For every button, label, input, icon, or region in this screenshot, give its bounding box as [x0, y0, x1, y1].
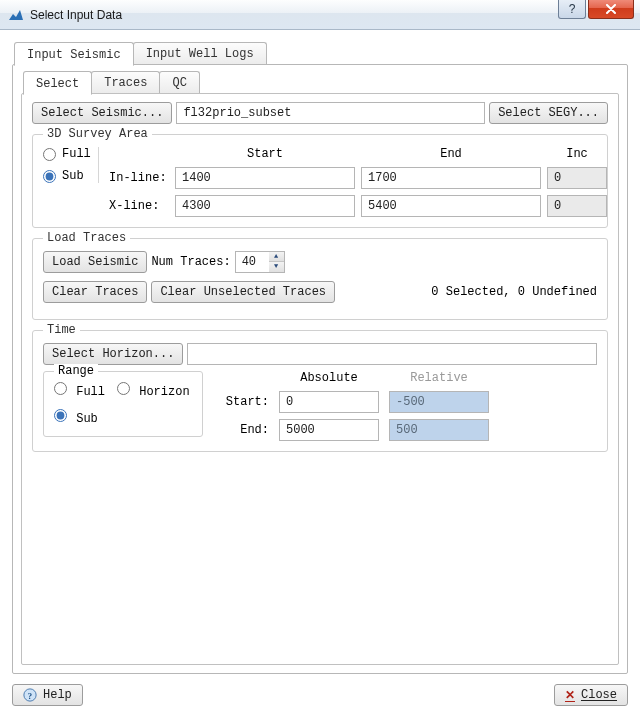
- close-window-button[interactable]: [588, 0, 634, 19]
- spinner-down-icon[interactable]: ▼: [269, 262, 284, 272]
- help-label: Help: [43, 688, 72, 702]
- range-legend: Range: [54, 364, 98, 378]
- inner-tabstrip: Select Traces QC: [23, 71, 199, 94]
- window-title: Select Input Data: [30, 8, 122, 22]
- clear-traces-button[interactable]: Clear Traces: [43, 281, 147, 303]
- traces-status: 0 Selected, 0 Undefined: [431, 285, 597, 299]
- range-group: Range Full Horizon Sub: [43, 371, 203, 437]
- range-full-radio[interactable]: Full: [54, 382, 105, 399]
- outer-tabstrip: Input Seismic Input Well Logs: [14, 42, 266, 65]
- range-horizon-label: Horizon: [139, 385, 189, 399]
- time-group: Time Select Horizon... Range Full Horizo…: [32, 330, 608, 452]
- select-horizon-button[interactable]: Select Horizon...: [43, 343, 183, 365]
- abs-start-field[interactable]: [279, 391, 379, 413]
- range-horizon-radio[interactable]: Horizon: [117, 382, 190, 399]
- window-controls: ?: [558, 0, 640, 19]
- xline-start-field[interactable]: [175, 195, 355, 217]
- range-sub-radio[interactable]: Sub: [54, 412, 98, 426]
- select-seismic-button[interactable]: Select Seismic...: [32, 102, 172, 124]
- inline-inc-field: [547, 167, 607, 189]
- help-button[interactable]: ? Help: [12, 684, 83, 706]
- app-icon: [8, 7, 24, 23]
- survey-sub-radio[interactable]: Sub: [43, 169, 90, 183]
- bottom-bar: ? Help ✕ Close: [12, 674, 628, 706]
- horizon-field[interactable]: [187, 343, 597, 365]
- clear-unselected-button[interactable]: Clear Unselected Traces: [151, 281, 335, 303]
- survey-full-radio[interactable]: Full: [43, 147, 90, 161]
- load-traces-group: Load Traces Load Seismic Num Traces: ▲ ▼: [32, 238, 608, 320]
- tab-traces[interactable]: Traces: [91, 71, 160, 93]
- select-segy-button[interactable]: Select SEGY...: [489, 102, 608, 124]
- titlebar: Select Input Data ?: [0, 0, 640, 30]
- tab-select[interactable]: Select: [23, 71, 92, 95]
- load-traces-legend: Load Traces: [43, 231, 130, 245]
- survey-end-header: End: [361, 147, 541, 161]
- svg-text:?: ?: [28, 691, 32, 701]
- help-icon: ?: [23, 688, 37, 702]
- survey-start-header: Start: [175, 147, 355, 161]
- survey-sub-label: Sub: [62, 169, 84, 183]
- tab-qc[interactable]: QC: [159, 71, 199, 93]
- client-area: Input Seismic Input Well Logs Select Tra…: [0, 30, 640, 714]
- inline-label: In-line:: [109, 171, 169, 185]
- xline-label: X-line:: [109, 199, 169, 213]
- absolute-header: Absolute: [279, 371, 379, 385]
- rel-end-field: [389, 419, 489, 441]
- spinner-up-icon[interactable]: ▲: [269, 252, 284, 262]
- survey-legend: 3D Survey Area: [43, 127, 152, 141]
- inline-end-field[interactable]: [361, 167, 541, 189]
- xline-inc-field: [547, 195, 607, 217]
- abs-end-field[interactable]: [279, 419, 379, 441]
- rel-start-field: [389, 391, 489, 413]
- num-traces-label: Num Traces:: [151, 255, 230, 269]
- num-traces-spinner[interactable]: ▲ ▼: [269, 251, 285, 273]
- xline-end-field[interactable]: [361, 195, 541, 217]
- survey-full-label: Full: [62, 147, 91, 161]
- num-traces-field[interactable]: [235, 251, 269, 273]
- tab-input-seismic[interactable]: Input Seismic: [14, 42, 134, 66]
- close-button[interactable]: ✕ Close: [554, 684, 628, 706]
- survey-area-group: 3D Survey Area Full Sub Start End Inc: [32, 134, 608, 228]
- time-start-label: Start:: [219, 395, 269, 409]
- survey-inc-header: Inc: [547, 147, 607, 161]
- help-window-button[interactable]: ?: [558, 0, 586, 19]
- inner-tab-panel: Select Seismic... Select SEGY... 3D Surv…: [21, 93, 619, 665]
- close-label: Close: [581, 688, 617, 702]
- load-seismic-button[interactable]: Load Seismic: [43, 251, 147, 273]
- range-full-label: Full: [76, 385, 105, 399]
- close-icon: ✕: [565, 688, 575, 702]
- outer-tab-panel: Select Traces QC Select Seismic... Selec…: [12, 64, 628, 674]
- tab-input-well-logs[interactable]: Input Well Logs: [133, 42, 267, 64]
- seismic-name-field[interactable]: [176, 102, 485, 124]
- time-legend: Time: [43, 323, 80, 337]
- inline-start-field[interactable]: [175, 167, 355, 189]
- range-sub-label: Sub: [76, 412, 98, 426]
- time-end-label: End:: [219, 423, 269, 437]
- relative-header: Relative: [389, 371, 489, 385]
